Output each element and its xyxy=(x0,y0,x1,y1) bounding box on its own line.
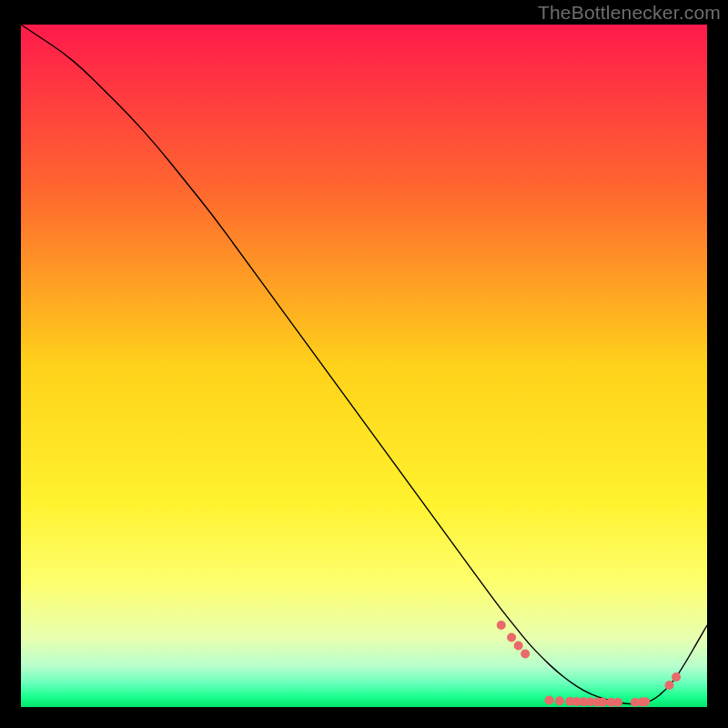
chart-svg xyxy=(21,25,707,707)
highlight-dot xyxy=(545,696,554,705)
highlight-dot xyxy=(555,696,564,705)
highlight-dot xyxy=(672,672,681,682)
highlight-dot xyxy=(598,698,607,707)
highlight-dot xyxy=(521,650,530,659)
highlight-dot xyxy=(514,642,523,651)
highlight-dot xyxy=(613,698,622,707)
highlight-dot xyxy=(665,681,674,690)
highlight-dot xyxy=(497,621,506,630)
plot-area xyxy=(21,25,707,707)
chart-background xyxy=(21,25,707,707)
chart-frame: TheBottlenecker.com xyxy=(0,0,728,728)
watermark-text: TheBottlenecker.com xyxy=(538,2,721,24)
highlight-dot xyxy=(507,633,516,642)
highlight-dot xyxy=(641,697,650,706)
